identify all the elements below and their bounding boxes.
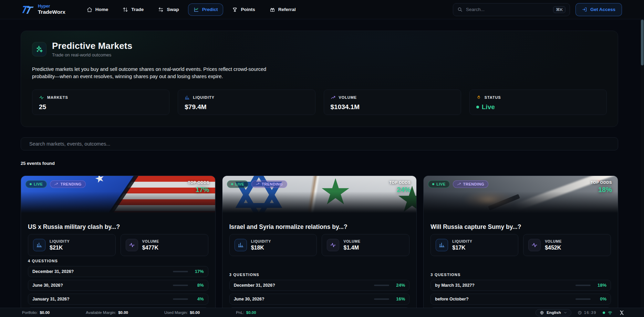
global-search-input[interactable] bbox=[466, 7, 550, 12]
market-search-input[interactable] bbox=[21, 137, 618, 150]
brand-name-bottom: TradeWorx bbox=[38, 9, 65, 15]
activity-icon bbox=[327, 239, 339, 251]
live-dot bbox=[432, 183, 434, 185]
hero-stat-markets: MARKETS 25 bbox=[32, 89, 169, 115]
live-dot bbox=[476, 106, 479, 108]
live-badge: LIVE bbox=[25, 180, 47, 188]
event-card[interactable]: ★★ LIVE TRENDING TOP ODDS 24% Isra bbox=[222, 176, 417, 317]
activity-icon bbox=[126, 239, 138, 251]
swap-icon bbox=[158, 7, 164, 12]
points-icon bbox=[232, 7, 238, 12]
flame-icon bbox=[476, 95, 481, 100]
statusbar-item: Available Margin: $0.00 bbox=[86, 310, 128, 315]
language-label: English bbox=[547, 310, 561, 315]
trade-icon bbox=[123, 7, 128, 12]
connection-status bbox=[603, 310, 613, 315]
barchart-icon bbox=[185, 95, 190, 100]
question-row[interactable]: before October? 0% bbox=[430, 294, 611, 305]
nav-menu: Home Trade Swap Predict Points Referral bbox=[81, 3, 301, 16]
liquidity-stat: LIQUIDITY $17K bbox=[430, 234, 518, 256]
wifi-icon bbox=[607, 310, 613, 315]
trending-up-icon bbox=[457, 182, 461, 186]
activity-icon bbox=[528, 239, 541, 251]
bar-chart-icon bbox=[436, 239, 448, 251]
x-social-icon[interactable] bbox=[619, 310, 625, 316]
bar-chart-icon bbox=[235, 239, 247, 251]
nav-item-swap[interactable]: Swap bbox=[153, 3, 184, 16]
hero-stats-row: MARKETS 25 LIQUIDITY $79.4M VOLUME $1034… bbox=[32, 89, 607, 115]
question-row[interactable]: January 31, 2026? 4% bbox=[28, 294, 208, 305]
home-icon bbox=[87, 7, 92, 12]
trending-badge: TRENDING bbox=[251, 180, 287, 188]
questions-count-label: 3 QUESTIONS bbox=[229, 273, 410, 277]
event-title: US x Russia military clash by...? bbox=[28, 223, 208, 231]
question-row[interactable]: June 30, 2026? 8% bbox=[28, 280, 208, 291]
live-dot bbox=[30, 183, 32, 185]
page-scrollbar bbox=[641, 20, 644, 308]
status-bar: Portfolio: $0.00 Available Margin: $0.00… bbox=[0, 308, 644, 317]
odds-bar bbox=[173, 298, 188, 300]
online-dot bbox=[603, 311, 605, 314]
predict-icon bbox=[194, 7, 199, 12]
odds-bar bbox=[575, 285, 591, 286]
nav-item-referral[interactable]: Referral bbox=[264, 3, 301, 16]
trending-badge: TRENDING bbox=[50, 180, 85, 188]
brand-logo[interactable]: TT Hyper TradeWorx bbox=[21, 4, 65, 15]
hero-description: Predictive markets let you buy and sell … bbox=[32, 66, 270, 81]
event-image: ★ LIVE TRENDING TOP ODDS 17% bbox=[21, 176, 215, 213]
nav-item-predict[interactable]: Predict bbox=[188, 3, 224, 16]
odds-bar bbox=[173, 285, 188, 286]
top-nav: TT Hyper TradeWorx Home Trade Swap Predi… bbox=[0, 0, 644, 19]
events-grid: ★ LIVE TRENDING TOP ODDS 17% US x Russia… bbox=[21, 176, 618, 317]
volume-stat: VOLUME $1.4M bbox=[322, 234, 409, 256]
bar-chart-icon bbox=[33, 239, 45, 251]
get-access-label: Get Access bbox=[590, 7, 615, 12]
statusbar-item: Used Margin: $0.00 bbox=[164, 310, 200, 315]
liquidity-stat: LIQUIDITY $18K bbox=[229, 234, 317, 256]
nav-item-trade[interactable]: Trade bbox=[117, 3, 149, 16]
time-label: 16:39 bbox=[584, 310, 596, 315]
statusbar-item: Portfolio: $0.00 bbox=[22, 310, 50, 315]
questions-count-label: 3 QUESTIONS bbox=[430, 273, 611, 277]
referral-icon bbox=[270, 7, 275, 12]
trending-icon bbox=[331, 95, 336, 100]
odds-bar bbox=[374, 285, 389, 286]
clock-icon bbox=[578, 310, 582, 315]
nav-item-home[interactable]: Home bbox=[81, 3, 114, 16]
results-count: 25 events found bbox=[21, 161, 618, 166]
event-image: LIVE TRENDING TOP ODDS 18% bbox=[424, 176, 618, 213]
live-badge: LIVE bbox=[227, 180, 248, 188]
trending-up-icon bbox=[54, 182, 58, 186]
login-icon bbox=[582, 7, 587, 12]
odds-bar bbox=[173, 271, 188, 272]
scrollbar-thumb[interactable] bbox=[641, 20, 644, 65]
chevron-down-icon bbox=[563, 311, 567, 315]
question-row[interactable]: June 30, 2026? 16% bbox=[229, 294, 410, 305]
live-badge: LIVE bbox=[428, 180, 449, 188]
nav-item-points[interactable]: Points bbox=[227, 3, 260, 16]
main-content: Predictive Markets Trade on real-world o… bbox=[0, 31, 644, 317]
questions-count-label: 4 QUESTIONS bbox=[28, 259, 208, 263]
logo-icon: TT bbox=[21, 4, 34, 15]
activity-icon bbox=[39, 95, 44, 100]
event-title: Israel and Syria normalize relations by.… bbox=[229, 223, 410, 231]
get-access-button[interactable]: Get Access bbox=[575, 3, 622, 16]
event-card[interactable]: ★ LIVE TRENDING TOP ODDS 17% US x Russia… bbox=[21, 176, 216, 317]
odds-bar bbox=[374, 298, 389, 300]
live-dot bbox=[231, 183, 233, 185]
liquidity-stat: LIQUIDITY $21K bbox=[28, 234, 116, 256]
event-image: ★★ LIVE TRENDING TOP ODDS 24% bbox=[222, 176, 417, 213]
page-title: Predictive Markets bbox=[52, 41, 132, 51]
globe-icon bbox=[540, 310, 544, 315]
hero-panel: Predictive Markets Trade on real-world o… bbox=[21, 31, 618, 127]
question-row[interactable]: December 31, 2026? 17% bbox=[28, 266, 208, 277]
question-row[interactable]: by March 31, 2027? 18% bbox=[430, 280, 611, 291]
top-odds: TOP ODDS 17% bbox=[188, 180, 209, 194]
search-shortcut-badge: ⌘K bbox=[553, 6, 565, 13]
event-card[interactable]: LIVE TRENDING TOP ODDS 18% Will Russia c… bbox=[423, 176, 618, 317]
question-row[interactable]: December 31, 2026? 24% bbox=[229, 280, 410, 291]
language-selector[interactable]: English bbox=[536, 309, 571, 316]
global-search[interactable]: ⌘K bbox=[453, 3, 570, 16]
trending-up-icon bbox=[256, 182, 260, 186]
event-title: Will Russia capture Sumy by...? bbox=[430, 223, 611, 231]
